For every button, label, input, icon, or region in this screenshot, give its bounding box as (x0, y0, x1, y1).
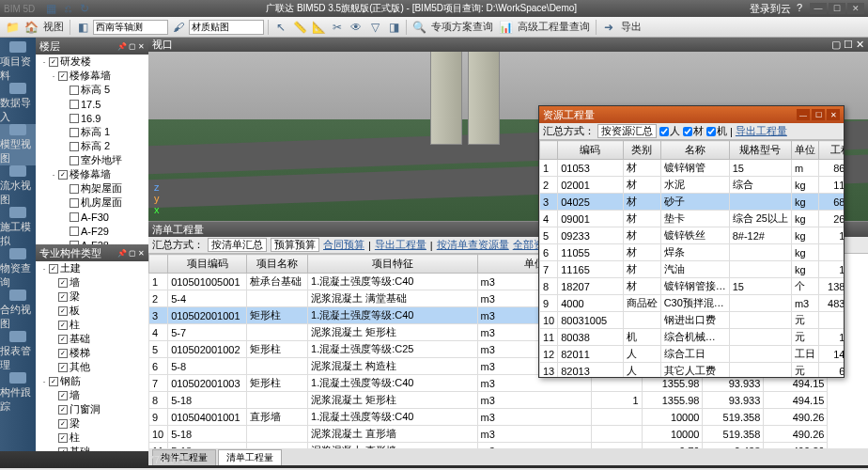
table-row[interactable]: 1282011人综合工日工日147.09132.534784.88 (540, 346, 845, 363)
tree-node[interactable]: A-F30 (36, 210, 148, 224)
filter-icon[interactable]: ▽ (366, 19, 383, 36)
tree-node[interactable]: -✓钢筋 (36, 374, 148, 388)
filter-labor-checkbox[interactable]: 人 (659, 124, 680, 138)
tree-node[interactable]: -✓土建 (36, 261, 148, 275)
tree-node[interactable]: ✓梁 (36, 290, 148, 304)
tree-node[interactable]: ✓柱 (36, 318, 148, 332)
tree-node[interactable]: 标高 5 (36, 83, 148, 97)
resource-window-titlebar[interactable]: 资源工程量 — ☐ ✕ (539, 106, 844, 123)
home-icon[interactable]: 🏠 (23, 19, 39, 36)
col-header[interactable] (540, 141, 558, 160)
export-qty-link[interactable]: 导出工程量 (375, 238, 426, 252)
adv-query-label[interactable]: 高级工程量查询 (516, 20, 592, 34)
tree-node[interactable]: ✓其他 (36, 360, 148, 374)
tree-node[interactable]: 机房屋面 (36, 196, 148, 210)
pin-icon[interactable]: 📌 ▢ ✕ (117, 42, 145, 51)
res-close-button[interactable]: ✕ (827, 109, 840, 120)
table-row[interactable]: 509233材镀锌铁丝8#-12#kg11.8353.8545.56 (540, 227, 845, 244)
tree-node[interactable]: ✓梁 (36, 416, 148, 431)
resource-qty-window[interactable]: 资源工程量 — ☐ ✕ 汇总方式： 按资源汇总 人 材 机 | 导出工程量 编码… (538, 105, 845, 378)
open-icon[interactable]: 📁 (4, 19, 21, 36)
material-dropdown[interactable]: 材质贴图 (189, 20, 264, 35)
resource-grid[interactable]: 编码类别名称规格型号单位工程量单价合价(元)101053材镀锌钢管15m862.… (539, 140, 844, 377)
query-icon[interactable]: 🔍 (411, 19, 427, 36)
cloud-login-link[interactable]: 登录到云 (750, 2, 791, 16)
resource-by-bill-link[interactable]: 按清单查资源量 (437, 238, 509, 252)
maximize-button[interactable]: ☐ (829, 3, 845, 14)
tree-node[interactable]: A-F28 (36, 238, 148, 244)
col-header[interactable]: 工程量 (818, 141, 844, 160)
nav-item-流水视图[interactable]: 流水视图 (0, 165, 36, 207)
tree-node[interactable]: A-F29 (36, 224, 148, 238)
col-header[interactable]: 单位 (791, 141, 818, 160)
tree-node[interactable]: 17.5 (36, 97, 148, 111)
nav-item-项目资料[interactable]: 项目资料 (0, 41, 36, 83)
tree-node[interactable]: -✓楼修幕墙 (36, 69, 148, 83)
minimize-button[interactable]: — (810, 3, 827, 14)
tree-node[interactable]: -✓楼修幕墙 (36, 167, 148, 181)
col-header[interactable]: 项目特征 (308, 255, 478, 274)
nav-item-施工模拟[interactable]: 施工模拟 (0, 207, 36, 248)
close-button[interactable]: ✕ (847, 3, 864, 14)
col-header[interactable]: 项目编码 (168, 255, 247, 274)
res-min-button[interactable]: — (797, 109, 810, 120)
adv-query-icon[interactable]: 📊 (497, 19, 514, 36)
tree-node[interactable]: ✓板 (36, 304, 148, 318)
qat-icon[interactable]: ▦ (42, 0, 59, 17)
table-row[interactable]: 711165材汽油kg19.4434.6790.8 (540, 261, 845, 278)
nav-item-构件跟踪[interactable]: 构件跟踪 (0, 372, 36, 414)
tree-node[interactable]: ✓楼梯 (36, 346, 148, 360)
qat-icon[interactable]: ↻ (76, 0, 93, 17)
tree-node[interactable]: 构架屋面 (36, 181, 148, 196)
axis-gizmo[interactable]: z y x (154, 181, 160, 215)
help-icon[interactable]: ? (797, 2, 802, 16)
table-row[interactable]: 94000商品砼C30预拌混…m34831.7134101981002.49 (540, 295, 845, 312)
measure-icon[interactable]: 📏 (291, 19, 308, 36)
arrow-icon[interactable]: ↖ (272, 19, 289, 36)
col-header[interactable]: 项目名称 (247, 255, 308, 274)
table-row[interactable]: 1180038机综合机械…元14.5644806990.72 (540, 329, 845, 346)
table-row[interactable]: 409001材垫卡综合 25以上kg262.0590.45117.93 (540, 211, 845, 227)
res-max-button[interactable]: ☐ (812, 109, 825, 120)
tree-node[interactable]: ✓墙 (36, 388, 148, 402)
table-row[interactable]: 611055材焊条kg9.3899.1586.01 (540, 244, 845, 261)
contract-budget-link[interactable]: 合同预算 (323, 238, 364, 252)
table-row[interactable]: 90105040010​01直形墙1.混凝土强度等级:C40m310000519… (149, 409, 868, 426)
table-row[interactable]: 1382013人其它人工费元67.628167.63 (540, 363, 845, 378)
table-row[interactable]: 85-18泥浆混凝土 矩形柱m311355.9893.933494.15 (149, 392, 868, 409)
summary-mode-dropdown[interactable]: 按清单汇总 (208, 238, 267, 252)
tree-node[interactable]: ✓门窗洞 (36, 402, 148, 416)
nav-item-合约视图[interactable]: 合约视图 (0, 290, 36, 331)
col-header[interactable]: 类别 (623, 141, 660, 160)
filter-material-checkbox[interactable]: 材 (683, 124, 704, 138)
tree-node[interactable]: ✓柱 (36, 431, 148, 445)
res-export-link[interactable]: 导出工程量 (736, 124, 787, 138)
section-icon[interactable]: ✂ (329, 19, 346, 36)
tree-node[interactable]: 16.9 (36, 111, 148, 125)
table-row[interactable]: 304025材砂子kg683.0440.0427.32 (540, 194, 845, 211)
special-query-label[interactable]: 专项方案查询 (429, 20, 495, 34)
col-header[interactable]: 名称 (660, 141, 729, 160)
table-row[interactable]: 105-18泥浆混凝土 直形墙m310000519.358490.26 (149, 426, 868, 443)
tree-node[interactable]: ✓墙 (36, 275, 148, 290)
tree-node[interactable]: 标高 2 (36, 139, 148, 153)
nav-item-模型视图[interactable]: 模型视图 (0, 124, 36, 165)
tree-node[interactable]: -✓研发楼 (36, 55, 148, 69)
export-label[interactable]: 导出 (619, 20, 643, 34)
table-row[interactable]: 1080031005钢进出口费元000 (540, 312, 845, 329)
export-icon[interactable]: ➜ (600, 19, 617, 36)
nav-item-物资查询[interactable]: 物资查询 (0, 248, 36, 290)
pin-icon[interactable]: 📌 ▢ ✕ (117, 249, 145, 258)
hide-icon[interactable]: 👁 (348, 19, 364, 36)
tree-node[interactable]: ✓基础 (36, 332, 148, 346)
ruler-icon[interactable]: 📐 (310, 19, 327, 36)
qat-icon[interactable]: ⎌ (59, 0, 76, 17)
table-row[interactable]: 202001材水泥综合kg111.2770.37741.91 (540, 177, 845, 194)
filter-machine-checkbox[interactable]: 机 (706, 124, 727, 138)
tree-node[interactable]: 标高 1 (36, 125, 148, 139)
col-header[interactable] (149, 255, 168, 274)
tab-bill-qty[interactable]: 清单工程量 (218, 449, 282, 465)
res-summary-dropdown[interactable]: 按资源汇总 (597, 124, 657, 138)
info-icon[interactable]: ◨ (385, 19, 402, 36)
col-header[interactable]: 规格型号 (729, 141, 791, 160)
